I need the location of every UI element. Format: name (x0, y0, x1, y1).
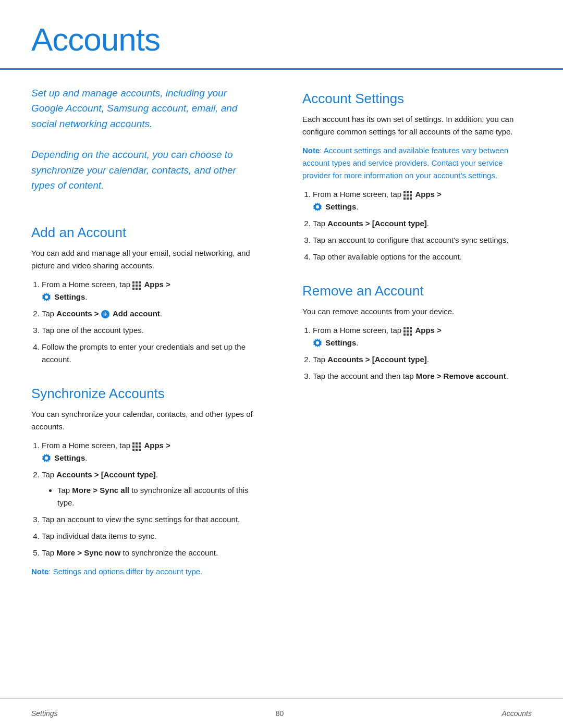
sync-accounts-steps: From a Home screen, tap (31, 439, 261, 526)
right-column: Account Settings Each account has its ow… (282, 70, 532, 584)
svg-point-10 (45, 295, 48, 299)
sync-extra-steps: Tap individual data items to sync. Tap M… (31, 530, 261, 559)
svg-point-30 (316, 205, 319, 208)
svg-rect-15 (136, 446, 138, 448)
page-container: Accounts Set up and manage accounts, inc… (0, 0, 563, 728)
add-account-step2: Tap Accounts > + Add account. (42, 307, 261, 320)
remove-step3: Tap the account and then tap More > Remo… (313, 370, 532, 382)
sync-note: Note: Settings and options differ by acc… (31, 565, 261, 578)
svg-rect-5 (139, 285, 141, 287)
svg-rect-4 (136, 285, 138, 287)
svg-rect-33 (410, 327, 412, 329)
svg-rect-21 (403, 191, 406, 193)
svg-rect-29 (410, 198, 412, 200)
svg-rect-38 (407, 334, 409, 336)
svg-rect-37 (403, 334, 406, 336)
accsettings-step4: Tap other available options for the acco… (313, 251, 532, 263)
settings-icon-accsettings (313, 202, 322, 212)
svg-rect-31 (403, 327, 406, 329)
svg-rect-27 (403, 198, 406, 200)
svg-rect-36 (410, 330, 412, 332)
page-footer: Settings 80 Accounts (0, 698, 563, 728)
settings-icon-remove (313, 338, 322, 348)
intro-paragraph2: Depending on the account, you can choose… (31, 147, 261, 193)
account-settings-heading: Account Settings (302, 91, 532, 107)
svg-rect-25 (407, 194, 409, 196)
svg-rect-19 (139, 449, 141, 451)
settings-icon (42, 292, 51, 302)
step1-text: From a Home screen, tap (42, 280, 132, 289)
apps-icon-sync (132, 442, 141, 450)
page-header: Accounts (0, 0, 563, 70)
apps-icon-accsettings (403, 191, 412, 199)
remove-step2: Tap Accounts > [Account type]. (313, 353, 532, 366)
svg-rect-28 (407, 198, 409, 200)
add-account-step3: Tap one of the account types. (42, 324, 261, 337)
intro-paragraph1: Set up and manage accounts, including yo… (31, 85, 261, 131)
step2-add-label: Add account (113, 309, 160, 318)
left-column: Set up and manage accounts, including yo… (31, 70, 282, 584)
remove-account-heading: Remove an Account (302, 283, 532, 299)
add-account-steps: From a Home screen, tap (31, 278, 261, 366)
content-area: Set up and manage accounts, including yo… (0, 70, 563, 584)
apps-icon (132, 281, 141, 289)
add-account-step1: From a Home screen, tap (42, 278, 261, 303)
sync-accounts-heading: Synchronize Accounts (31, 386, 261, 402)
svg-rect-23 (410, 191, 412, 193)
step1-apps-label: Apps > (144, 280, 170, 289)
svg-rect-24 (403, 194, 406, 196)
svg-rect-8 (139, 288, 141, 290)
account-settings-note-label: Note (302, 146, 320, 155)
account-settings-intro: Each account has its own set of settings… (302, 113, 532, 138)
svg-rect-16 (139, 446, 141, 448)
apps-icon-remove (403, 327, 412, 335)
svg-point-40 (316, 341, 319, 344)
account-settings-note: Note: Account settings and available fea… (302, 144, 532, 182)
sync-accounts-intro: You can synchronize your calendar, conta… (31, 408, 261, 433)
svg-rect-11 (132, 442, 134, 445)
remove-account-steps: From a Home screen, tap (302, 324, 532, 382)
account-settings-steps: From a Home screen, tap (302, 188, 532, 263)
svg-rect-2 (139, 281, 141, 283)
step1-settings-label: Settings (54, 292, 85, 301)
sync-step3: Tap an account to view the sync settings… (42, 513, 261, 526)
remove-step1: From a Home screen, tap (313, 324, 532, 349)
svg-rect-26 (410, 194, 412, 196)
svg-rect-22 (407, 191, 409, 193)
sync-sub-item1: Tap More > Sync all to synchronize all a… (57, 484, 261, 509)
page-title: Accounts (31, 21, 532, 58)
svg-rect-7 (136, 288, 138, 290)
footer-page-number: 80 (276, 709, 284, 718)
sync-step2: Tap Accounts > [Account type]. Tap More … (42, 468, 261, 509)
accsettings-step2: Tap Accounts > [Account type]. (313, 217, 532, 230)
svg-point-20 (45, 456, 48, 460)
svg-rect-13 (139, 442, 141, 445)
accsettings-step1: From a Home screen, tap (313, 188, 532, 213)
remove-account-intro: You can remove accounts from your device… (302, 305, 532, 318)
svg-rect-32 (407, 327, 409, 329)
add-account-step4: Follow the prompts to enter your credent… (42, 341, 261, 366)
svg-rect-18 (136, 449, 138, 451)
svg-rect-12 (136, 442, 138, 445)
footer-left: Settings (31, 709, 58, 718)
accsettings-step3: Tap an account to configure that account… (313, 234, 532, 246)
sync-step4: Tap individual data items to sync. (42, 530, 261, 542)
svg-rect-6 (132, 288, 134, 290)
add-account-intro: You can add and manage all your email, s… (31, 247, 261, 272)
sync-step1: From a Home screen, tap (42, 439, 261, 464)
svg-rect-39 (410, 334, 412, 336)
sync-sub-list: Tap More > Sync all to synchronize all a… (42, 484, 261, 509)
svg-rect-17 (132, 449, 134, 451)
add-account-heading: Add an Account (31, 225, 261, 241)
svg-rect-14 (132, 446, 134, 448)
sync-note-label: Note (31, 567, 48, 576)
footer-right: Accounts (501, 709, 532, 718)
sync-step5: Tap More > Sync now to synchronize the a… (42, 547, 261, 559)
svg-rect-3 (132, 285, 134, 287)
svg-rect-1 (136, 281, 138, 283)
settings-icon-sync (42, 453, 51, 463)
svg-rect-0 (132, 281, 134, 283)
svg-rect-34 (403, 330, 406, 332)
svg-rect-35 (407, 330, 409, 332)
plus-icon: + (101, 310, 109, 318)
